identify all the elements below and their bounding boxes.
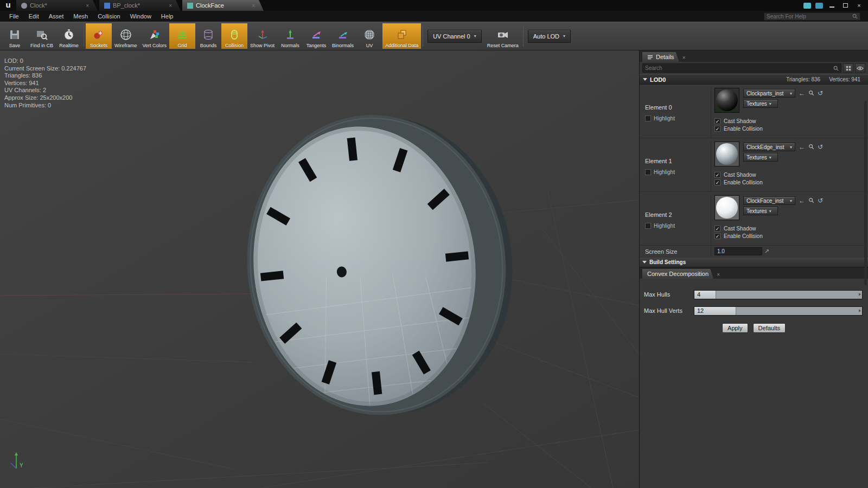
- show-pivot-button[interactable]: Show Pivot: [247, 23, 277, 49]
- apply-button[interactable]: Apply: [722, 323, 748, 333]
- tab-convex-decomposition[interactable]: Convex Decomposition: [642, 269, 713, 279]
- material-dropdown[interactable]: ClockEdge_inst ▾: [743, 143, 795, 151]
- checkbox-checked[interactable]: [714, 126, 720, 132]
- wireframe-button[interactable]: Wireframe: [112, 23, 140, 49]
- tab-clockface[interactable]: ClockFace ×: [182, 0, 264, 11]
- checkbox[interactable]: [645, 115, 651, 121]
- uv-channel-dropdown[interactable]: UV Channel 0 ▾: [427, 30, 482, 43]
- max-hull-verts-label: Max Hull Verts: [644, 307, 694, 314]
- menu-asset[interactable]: Asset: [44, 11, 69, 22]
- cast-shadow-row[interactable]: Cast Shadow: [714, 226, 865, 232]
- reset-to-default-icon[interactable]: ↺: [818, 90, 823, 97]
- stat-vertices: Vertices: 941: [4, 80, 86, 87]
- material-dropdown[interactable]: Clockparts_inst ▾: [743, 89, 795, 98]
- help-search-input[interactable]: [767, 14, 852, 20]
- highlight-checkbox-row[interactable]: Highlight: [645, 169, 711, 175]
- menu-edit[interactable]: Edit: [24, 11, 44, 22]
- close-icon[interactable]: ×: [682, 55, 686, 61]
- checkbox-checked[interactable]: [714, 118, 720, 124]
- material-thumbnail[interactable]: [714, 142, 739, 166]
- binormals-button[interactable]: Binormals: [329, 23, 356, 49]
- highlight-checkbox-row[interactable]: Highlight: [645, 223, 711, 229]
- grid-button[interactable]: Grid: [169, 23, 195, 49]
- close-icon[interactable]: ×: [169, 3, 172, 9]
- details-scrollbar[interactable]: [864, 101, 867, 285]
- expand-value-icon[interactable]: [764, 249, 769, 254]
- max-hull-verts-row: Max Hull Verts 12: [640, 303, 868, 319]
- menu-file[interactable]: File: [4, 11, 24, 22]
- normals-button[interactable]: Normals: [277, 23, 303, 49]
- convex-decomposition-panel: Convex Decomposition × Max Hulls 4 Max H…: [640, 267, 868, 488]
- screen-size-input[interactable]: 1.0: [714, 247, 762, 255]
- close-icon[interactable]: ×: [252, 3, 255, 9]
- details-search-input[interactable]: [645, 65, 833, 71]
- build-settings-header[interactable]: Build Settings: [640, 258, 868, 266]
- save-button[interactable]: Save: [2, 23, 28, 49]
- max-hulls-slider[interactable]: 4: [694, 290, 863, 299]
- vert-colors-button[interactable]: Vert Colors: [140, 23, 170, 49]
- cast-shadow-row[interactable]: Cast Shadow: [714, 118, 865, 124]
- textures-dropdown[interactable]: Textures ▾: [743, 207, 778, 215]
- enable-collision-row[interactable]: Enable Collision: [714, 126, 865, 132]
- reset-to-default-icon[interactable]: ↺: [818, 144, 823, 150]
- browse-to-asset-icon[interactable]: [808, 144, 814, 151]
- reset-to-default-icon[interactable]: ↺: [818, 197, 823, 204]
- use-selected-asset-icon[interactable]: ←: [799, 144, 805, 150]
- material-thumbnail[interactable]: [714, 88, 739, 113]
- close-icon[interactable]: ×: [86, 3, 89, 9]
- property-matrix-icon[interactable]: [843, 63, 853, 73]
- use-selected-asset-icon[interactable]: ←: [799, 197, 805, 204]
- collision-button[interactable]: Collision: [221, 23, 247, 49]
- bounds-button[interactable]: Bounds: [195, 23, 221, 49]
- menu-collision[interactable]: Collision: [93, 11, 125, 22]
- checkbox-checked[interactable]: [714, 179, 720, 185]
- minimize-button[interactable]: [827, 2, 837, 9]
- lod0-section-header[interactable]: LOD0 Triangles: 836 Vertices: 941: [640, 74, 868, 85]
- enable-collision-row[interactable]: Enable Collision: [714, 233, 865, 239]
- expand-arrow-icon: [642, 261, 647, 264]
- max-hull-verts-slider[interactable]: 12: [694, 306, 863, 316]
- tangents-button[interactable]: Tangents: [303, 23, 329, 49]
- browse-to-asset-icon[interactable]: [808, 90, 814, 97]
- realtime-button[interactable]: Realtime: [56, 23, 82, 49]
- uv-button[interactable]: UV: [356, 23, 382, 49]
- tab-bp-clock[interactable]: BP_clock* ×: [99, 0, 181, 11]
- textures-dropdown[interactable]: Textures ▾: [743, 99, 778, 108]
- feedback-icon[interactable]: [803, 3, 811, 9]
- maximize-button[interactable]: [841, 2, 850, 9]
- checkbox-checked[interactable]: [714, 226, 720, 232]
- cast-shadow-row[interactable]: Cast Shadow: [714, 172, 865, 178]
- search-icon: [852, 14, 858, 19]
- menu-help[interactable]: Help: [156, 11, 178, 22]
- additional-data-button[interactable]: Additional Data: [382, 23, 421, 49]
- checkbox-checked[interactable]: [714, 172, 720, 178]
- close-icon[interactable]: ×: [717, 272, 720, 278]
- checkbox[interactable]: [645, 223, 651, 229]
- browse-to-asset-icon[interactable]: [808, 197, 814, 204]
- element-label: Element 1: [645, 158, 711, 164]
- tab-details[interactable]: Details: [642, 52, 679, 62]
- textures-dropdown[interactable]: Textures ▾: [743, 153, 778, 162]
- menu-window[interactable]: Window: [125, 11, 156, 22]
- slider-arrow-icon[interactable]: [859, 293, 861, 296]
- sockets-button[interactable]: Sockets: [86, 23, 112, 49]
- display-filter-eye-icon[interactable]: [855, 63, 865, 73]
- bug-report-icon[interactable]: [815, 3, 823, 9]
- slider-arrow-icon[interactable]: [859, 309, 861, 312]
- use-selected-asset-icon[interactable]: ←: [799, 90, 805, 97]
- material-thumbnail[interactable]: [714, 195, 739, 220]
- tab-clock[interactable]: Clock* ×: [16, 0, 98, 11]
- 3d-viewport[interactable]: LOD: 0 Current Screen Size: 0.224767 Tri…: [0, 50, 639, 488]
- close-button[interactable]: ×: [854, 2, 864, 9]
- defaults-button[interactable]: Defaults: [753, 323, 786, 333]
- enable-collision-row[interactable]: Enable Collision: [714, 179, 865, 185]
- checkbox-checked[interactable]: [714, 233, 720, 239]
- show-pivot-icon: [256, 28, 270, 42]
- auto-lod-dropdown[interactable]: Auto LOD ▾: [528, 30, 571, 43]
- material-dropdown[interactable]: ClockFace_inst ▾: [743, 196, 795, 205]
- reset-camera-button[interactable]: Reset Camera: [484, 23, 521, 49]
- find-in-cb-button[interactable]: Find in CB: [28, 23, 56, 49]
- menu-mesh[interactable]: Mesh: [68, 11, 93, 22]
- highlight-checkbox-row[interactable]: Highlight: [645, 115, 711, 121]
- checkbox[interactable]: [645, 169, 651, 175]
